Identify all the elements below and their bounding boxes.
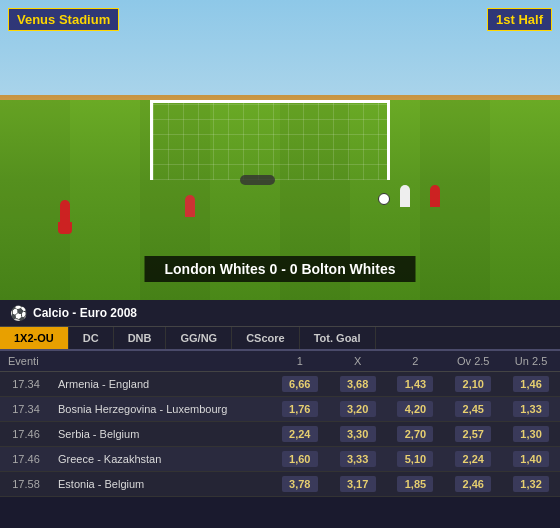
odds-2[interactable]: 4,20 <box>387 397 445 422</box>
odds-1[interactable]: 3,78 <box>271 472 329 497</box>
tab-dnb[interactable]: DNB <box>114 327 167 349</box>
odds-ov25[interactable]: 2,24 <box>444 447 502 472</box>
odds-ov25[interactable]: 2,46 <box>444 472 502 497</box>
odds-un25[interactable]: 1,46 <box>502 372 560 397</box>
field-stripe <box>0 100 70 300</box>
match-time: 17.46 <box>0 422 50 447</box>
table-row: 17.34 Armenia - England 6,66 3,68 1,43 2… <box>0 372 560 397</box>
table-row: 17.46 Greece - Kazakhstan 1,60 3,33 5,10… <box>0 447 560 472</box>
ball <box>378 193 390 205</box>
odds-ov25[interactable]: 2,45 <box>444 397 502 422</box>
col-ov25: Ov 2.5 <box>444 351 502 372</box>
table-row: 17.34 Bosnia Herzegovina - Luxembourg 1,… <box>0 397 560 422</box>
betting-section: ⚽ Calcio - Euro 2008 1X2-OU DC DNB GG/NG… <box>0 300 560 497</box>
soccer-ball-icon: ⚽ <box>10 305 27 321</box>
match-time: 17.58 <box>0 472 50 497</box>
goal-net <box>150 100 390 180</box>
tab-gg-ng[interactable]: GG/NG <box>166 327 232 349</box>
match-name: Serbia - Belgium <box>50 422 271 447</box>
player-right-1 <box>400 185 410 207</box>
table-header: Eventi 1 X 2 Ov 2.5 Un 2.5 <box>0 351 560 372</box>
odds-un25[interactable]: 1,30 <box>502 422 560 447</box>
odds-table: Eventi 1 X 2 Ov 2.5 Un 2.5 17.34 Armenia… <box>0 351 560 497</box>
odds-x[interactable]: 3,68 <box>329 372 387 397</box>
match-time: 17.34 <box>0 397 50 422</box>
odds-x[interactable]: 3,30 <box>329 422 387 447</box>
col-eventi: Eventi <box>0 351 271 372</box>
match-time: 17.34 <box>0 372 50 397</box>
match-name: Bosnia Herzegovina - Luxembourg <box>50 397 271 422</box>
col-un25: Un 2.5 <box>502 351 560 372</box>
odds-un25[interactable]: 1,40 <box>502 447 560 472</box>
league-name: Calcio - Euro 2008 <box>33 306 137 320</box>
odds-1[interactable]: 6,66 <box>271 372 329 397</box>
league-header: ⚽ Calcio - Euro 2008 <box>0 300 560 327</box>
odds-x[interactable]: 3,17 <box>329 472 387 497</box>
player-left-1-legs <box>58 222 72 234</box>
tab-cscore[interactable]: CScore <box>232 327 300 349</box>
odds-2[interactable]: 2,70 <box>387 422 445 447</box>
col-2: 2 <box>387 351 445 372</box>
tab-1x2-ou[interactable]: 1X2-OU <box>0 327 69 349</box>
odds-1[interactable]: 1,76 <box>271 397 329 422</box>
table-row: 17.58 Estonia - Belgium 3,78 3,17 1,85 2… <box>0 472 560 497</box>
table-row: 17.46 Serbia - Belgium 2,24 3,30 2,70 2,… <box>0 422 560 447</box>
odds-x[interactable]: 3,20 <box>329 397 387 422</box>
col-x: X <box>329 351 387 372</box>
match-time: 17.46 <box>0 447 50 472</box>
odds-ov25[interactable]: 2,57 <box>444 422 502 447</box>
odds-2[interactable]: 5,10 <box>387 447 445 472</box>
video-player: SWIFTEEN Venus Stadium 1st Half London W… <box>0 0 560 300</box>
player-goalkeeper <box>240 175 275 185</box>
odds-2[interactable]: 1,43 <box>387 372 445 397</box>
tab-dc[interactable]: DC <box>69 327 114 349</box>
player-left-1 <box>60 200 70 222</box>
odds-2[interactable]: 1,85 <box>387 472 445 497</box>
odds-un25[interactable]: 1,33 <box>502 397 560 422</box>
odds-1[interactable]: 2,24 <box>271 422 329 447</box>
player-right-2 <box>430 185 440 207</box>
stadium-label: Venus Stadium <box>8 8 119 31</box>
odds-x[interactable]: 3,33 <box>329 447 387 472</box>
tabs-row: 1X2-OU DC DNB GG/NG CScore Tot. Goal <box>0 327 560 351</box>
score-bar: London Whites 0 - 0 Bolton Whites <box>145 256 416 282</box>
match-name: Armenia - England <box>50 372 271 397</box>
half-label: 1st Half <box>487 8 552 31</box>
odds-1[interactable]: 1,60 <box>271 447 329 472</box>
odds-ov25[interactable]: 2,10 <box>444 372 502 397</box>
match-name: Greece - Kazakhstan <box>50 447 271 472</box>
odds-un25[interactable]: 1,32 <box>502 472 560 497</box>
tab-tot-goal[interactable]: Tot. Goal <box>300 327 376 349</box>
match-name: Estonia - Belgium <box>50 472 271 497</box>
player-center <box>185 195 195 217</box>
col-1: 1 <box>271 351 329 372</box>
